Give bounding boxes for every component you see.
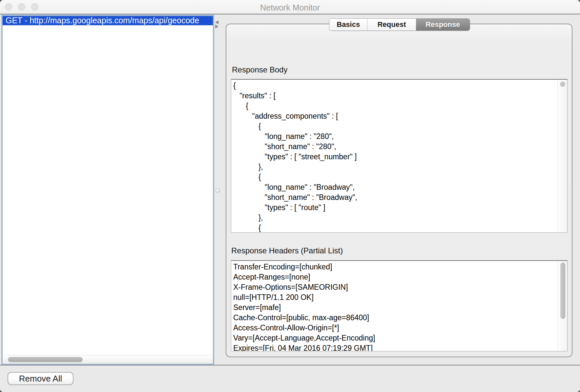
response-body-scrollbar[interactable] bbox=[557, 80, 567, 232]
horizontal-scrollbar[interactable] bbox=[3, 355, 213, 364]
response-headers-label: Response Headers (Partial List) bbox=[231, 246, 343, 255]
response-body-textarea[interactable]: { "results" : [ { "address_components" :… bbox=[231, 79, 568, 233]
tab-response[interactable]: Response bbox=[416, 19, 470, 30]
titlebar: Network Monitor bbox=[0, 0, 580, 14]
bottom-bar: Remove All bbox=[0, 365, 580, 392]
remove-all-button[interactable]: Remove All bbox=[8, 372, 73, 385]
response-headers-scrollbar[interactable] bbox=[557, 261, 567, 351]
splitter-collapse-left-arrow-icon[interactable] bbox=[215, 20, 218, 24]
response-body-label: Response Body bbox=[232, 65, 287, 74]
response-body-text: { "results" : [ { "address_components" :… bbox=[233, 81, 556, 232]
response-body-scrollbar-thumb[interactable] bbox=[560, 82, 565, 87]
response-headers-textarea[interactable]: Transfer-Encoding=[chunked] Accept-Range… bbox=[231, 260, 568, 351]
horizontal-scrollbar-thumb[interactable] bbox=[8, 357, 83, 362]
request-list-panel: GET - http://maps.googleapis.com/maps/ap… bbox=[2, 16, 213, 364]
splitter-handle[interactable] bbox=[216, 188, 220, 193]
network-monitor-window: Network Monitor GET - http://maps.google… bbox=[0, 0, 580, 392]
window-title: Network Monitor bbox=[0, 3, 580, 12]
splitter-expand-right-arrow-icon[interactable] bbox=[215, 25, 218, 29]
response-headers-text: Transfer-Encoding=[chunked] Accept-Range… bbox=[233, 262, 556, 351]
detail-tabs: Basics Request Response bbox=[329, 18, 470, 31]
tab-basics[interactable]: Basics bbox=[329, 19, 367, 30]
response-headers-scrollbar-thumb[interactable] bbox=[560, 263, 565, 319]
request-list-item-selected[interactable]: GET - http://maps.googleapis.com/maps/ap… bbox=[3, 16, 213, 25]
tab-request[interactable]: Request bbox=[367, 19, 416, 30]
